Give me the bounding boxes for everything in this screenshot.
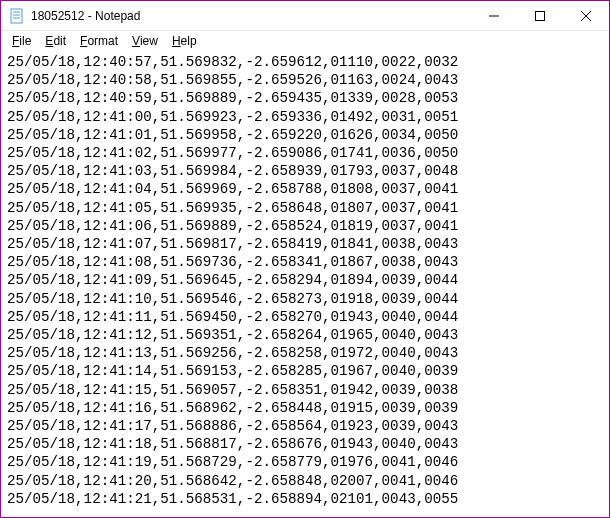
menu-help[interactable]: Help bbox=[165, 33, 204, 49]
svg-rect-5 bbox=[536, 11, 545, 20]
svg-rect-0 bbox=[11, 9, 22, 23]
minimize-button[interactable] bbox=[471, 1, 517, 30]
menu-file[interactable]: File bbox=[5, 33, 38, 49]
text-editor[interactable]: 25/05/18,12:40:57,51.569832,-2.659612,01… bbox=[7, 53, 603, 515]
maximize-button[interactable] bbox=[517, 1, 563, 30]
notepad-window: 18052512 - Notepad File Edit Format View… bbox=[0, 0, 610, 518]
titlebar[interactable]: 18052512 - Notepad bbox=[1, 1, 609, 31]
window-title: 18052512 - Notepad bbox=[31, 9, 471, 23]
menu-edit[interactable]: Edit bbox=[38, 33, 73, 49]
close-button[interactable] bbox=[563, 1, 609, 30]
menu-format[interactable]: Format bbox=[73, 33, 125, 49]
window-controls bbox=[471, 1, 609, 30]
content-area: 25/05/18,12:40:57,51.569832,-2.659612,01… bbox=[1, 51, 609, 517]
menu-view[interactable]: View bbox=[125, 33, 165, 49]
menubar: File Edit Format View Help bbox=[1, 31, 609, 51]
notepad-icon bbox=[9, 8, 25, 24]
